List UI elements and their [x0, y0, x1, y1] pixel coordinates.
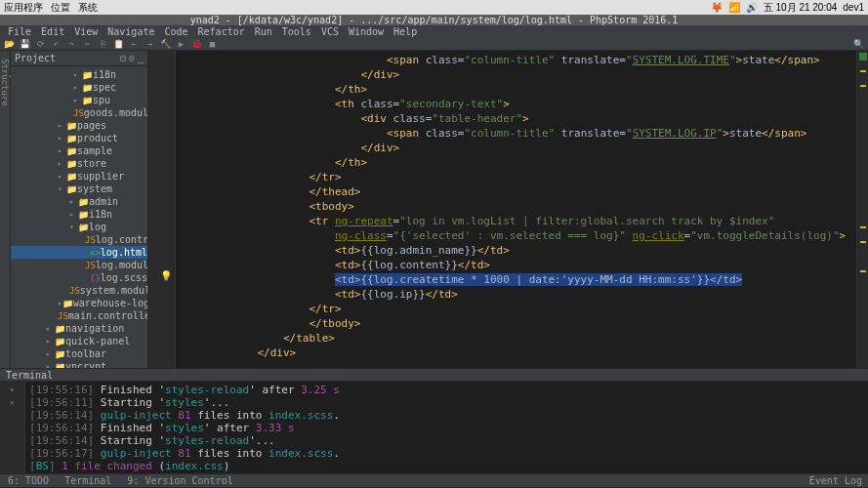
tree-node[interactable]: JSlog.controller.js: [11, 233, 147, 246]
sync-icon[interactable]: ⟳: [35, 38, 46, 49]
code-line[interactable]: </tr>: [176, 302, 856, 316]
hide-icon[interactable]: ⎯: [138, 53, 144, 63]
code-line[interactable]: <th class="secondary-text">: [176, 97, 856, 111]
code-line[interactable]: </div>: [176, 67, 856, 82]
code-line[interactable]: </th>: [176, 82, 856, 97]
code-line[interactable]: <tbody>: [176, 199, 856, 214]
menu-item[interactable]: File: [4, 26, 35, 37]
tree-node[interactable]: ▸📁supplier: [11, 170, 147, 183]
tree-node[interactable]: ▸📁pages: [11, 119, 147, 132]
tool-tab[interactable]: Terminal: [57, 475, 119, 486]
code-line[interactable]: </div>: [176, 141, 856, 155]
tree-node[interactable]: JSmain.controller.js: [11, 309, 147, 322]
editor-error-strip[interactable]: [856, 51, 868, 368]
code-line[interactable]: <td>{{log.content}}</td>: [176, 258, 856, 272]
warning-mark-icon[interactable]: [860, 226, 866, 228]
tree-node[interactable]: ▸📁warehouse-logistics: [11, 297, 147, 309]
warning-mark-icon[interactable]: [860, 270, 866, 272]
tree-node[interactable]: ▸📁navigation: [11, 322, 147, 335]
terminal-header[interactable]: Terminal: [0, 368, 868, 382]
structure-tab[interactable]: Structure: [0, 55, 10, 368]
code-area[interactable]: <span class="column-title" translate="SY…: [176, 51, 856, 368]
code-line[interactable]: <span class="column-title" translate="SY…: [176, 53, 856, 67]
tree-node[interactable]: ▸📁store: [11, 157, 147, 170]
code-line[interactable]: </div>: [176, 346, 856, 360]
build-icon[interactable]: 🔨: [160, 38, 171, 49]
menu-item[interactable]: Tools: [278, 26, 315, 37]
menu-item[interactable]: Edit: [37, 26, 68, 37]
tree-node[interactable]: ▸📁sample: [11, 144, 147, 157]
forward-icon[interactable]: →: [145, 38, 155, 49]
tray-volume-icon[interactable]: 🔊: [746, 2, 758, 13]
menu-item[interactable]: Refactor: [194, 26, 249, 37]
tool-tab[interactable]: 9: Version Control: [119, 475, 240, 486]
run-icon[interactable]: ▶: [176, 38, 186, 49]
tree-node[interactable]: <>log.html: [11, 246, 147, 259]
code-line[interactable]: <span class="column-title" translate="SY…: [176, 126, 856, 141]
tree-node[interactable]: ▸📁toolbar: [11, 347, 147, 360]
warning-mark-icon[interactable]: [860, 241, 866, 243]
code-line[interactable]: </tr>: [176, 170, 856, 184]
sidebar-title: Project: [15, 53, 56, 63]
tool-tab[interactable]: 6: TODO: [0, 475, 57, 486]
terminal-output[interactable]: [19:55:16] Finished 'styles-reload' afte…: [25, 382, 868, 473]
tray-firefox-icon[interactable]: 🦊: [711, 2, 723, 13]
tree-node[interactable]: JSsystem.module.js: [11, 284, 147, 297]
tree-node[interactable]: ▾📁log: [11, 221, 147, 233]
menu-item[interactable]: VCS: [317, 26, 343, 37]
menu-item[interactable]: Run: [251, 26, 276, 37]
collapse-icon[interactable]: ⊟: [120, 53, 126, 63]
code-line[interactable]: <div class="table-header">: [176, 111, 856, 126]
menu-item[interactable]: Help: [390, 26, 421, 37]
tree-node[interactable]: ▸📁admin: [11, 195, 147, 208]
menu-item[interactable]: Navigate: [103, 26, 158, 37]
redo-icon[interactable]: ↷: [66, 38, 77, 49]
warning-mark-icon[interactable]: [860, 70, 866, 72]
tray-network-icon[interactable]: 📶: [728, 2, 740, 13]
code-line[interactable]: </th>: [176, 155, 856, 170]
code-line[interactable]: ng-class="{'selected' : vm.selected === …: [176, 228, 856, 243]
tree-node[interactable]: ▸📁spec: [11, 81, 147, 94]
undo-icon[interactable]: ↶: [51, 38, 62, 49]
desktop-menu-item[interactable]: 位置: [51, 1, 70, 15]
project-tree[interactable]: ▸📁i18n▸📁spec▸📁spuJSgoods.module.js▸📁page…: [11, 66, 147, 368]
tree-node[interactable]: ▸📁i18n: [11, 68, 147, 81]
back-icon[interactable]: ←: [129, 38, 140, 49]
debug-icon[interactable]: 🐞: [191, 38, 202, 49]
code-line[interactable]: </tbody>: [176, 316, 856, 331]
menu-item[interactable]: Window: [345, 26, 388, 37]
tree-node[interactable]: ▸📁i18n: [11, 208, 147, 221]
tree-node[interactable]: ▾📁system: [11, 183, 147, 195]
warning-mark-icon[interactable]: [860, 85, 866, 87]
tree-node[interactable]: ▸📁product: [11, 132, 147, 144]
code-line[interactable]: <td>{{log.admin_name}}</td>: [176, 243, 856, 258]
tree-node[interactable]: JSgoods.module.js: [11, 106, 147, 119]
code-line[interactable]: <td>{{log.ip}}</td>: [176, 287, 856, 302]
cut-icon[interactable]: ✂: [82, 38, 93, 49]
event-log-tab[interactable]: Event Log: [809, 475, 868, 486]
code-line[interactable]: <td>{{log.createtime * 1000 | date:'yyyy…: [176, 272, 856, 287]
bulb-icon[interactable]: 💡: [160, 270, 172, 281]
save-icon[interactable]: 💾: [20, 38, 30, 49]
code-line[interactable]: </table>: [176, 331, 856, 346]
paste-icon[interactable]: 📋: [113, 38, 124, 49]
copy-icon[interactable]: ⎘: [98, 38, 108, 49]
search-icon[interactable]: 🔍: [853, 38, 864, 49]
stop-icon[interactable]: ■: [207, 38, 218, 49]
desktop-menu-item[interactable]: 应用程序: [4, 1, 43, 15]
tree-node[interactable]: JSlog.module.js: [11, 259, 147, 271]
tree-node[interactable]: ▸📁spu: [11, 94, 147, 106]
tree-node[interactable]: ▸📁yncrypt: [11, 360, 147, 368]
desktop-menu-item[interactable]: 系统: [78, 1, 98, 15]
menu-item[interactable]: View: [70, 26, 102, 37]
menu-item[interactable]: Code: [160, 26, 191, 37]
user-label[interactable]: dev1: [843, 2, 864, 13]
gear-icon[interactable]: ⚙: [129, 53, 135, 63]
tree-node[interactable]: ▸📁quick-panel: [11, 335, 147, 347]
code-line[interactable]: <tr ng-repeat="log in vm.logList | filte…: [176, 214, 856, 228]
code-editor[interactable]: 💡 <span class="column-title" translate="…: [148, 51, 868, 368]
code-line[interactable]: </thead>: [176, 184, 856, 199]
terminal-panel[interactable]: ▾✕ [19:55:16] Finished 'styles-reload' a…: [0, 382, 868, 473]
tree-node[interactable]: {}log.scss: [11, 271, 147, 284]
open-icon[interactable]: 📂: [4, 38, 15, 49]
